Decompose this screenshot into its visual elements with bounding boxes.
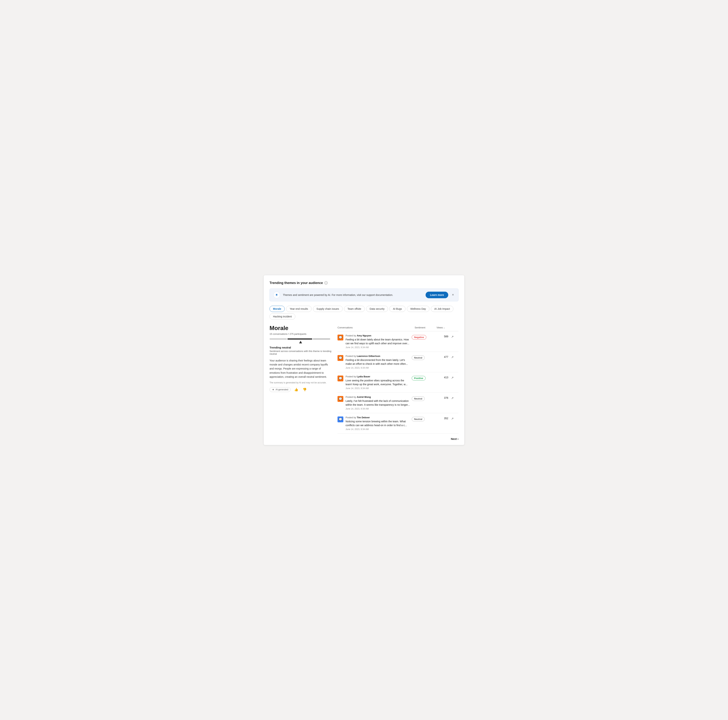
theme-description: Your audience is sharing their feelings … [269,359,332,379]
theme-tab-morale[interactable]: Morale [269,306,285,312]
sparkle-icon [272,388,274,391]
conv-main-2: 💬 Posted by Lydia Bauer Love seeing the … [338,375,410,390]
conv-text-0: Feeling a bit down lately about the team… [346,338,410,345]
sentiment-indicator [269,341,332,343]
ai-disclaimer: The summary is generated by AI and may n… [269,381,332,384]
conv-main-1: 💬 Posted by Lawrence Gilbertson Feeling … [338,355,410,369]
conv-date-1: June 14, 2023, 9:34 AM [346,367,410,369]
conv-content-2: Posted by Lydia Bauer Love seeing the po… [346,375,410,390]
sentiment-bar [269,338,332,340]
table-row: 💬 Posted by Astrid Wong Lately, I've fel… [338,393,459,413]
table-row: 💬 Posted by Lawrence Gilbertson Feeling … [338,352,459,372]
ai-banner-icon [273,292,280,298]
themes-tabs: MoraleYear end resultsSupply chain issue… [269,306,459,319]
conv-icon-3: 💬 [338,396,343,402]
conversations-header: Conversations Sentiment Views ↓ [338,325,459,331]
thumbs-down-button[interactable]: 👎 [302,387,307,392]
conv-author-1: Posted by Lawrence Gilbertson [346,355,410,358]
conv-text-3: Lately, I've felt frustrated with the la… [346,399,410,407]
conversations-list: 💬 Posted by Amy Nguyen Feeling a bit dow… [338,331,459,434]
conv-sentiment-0: Negative [412,334,434,339]
page-title: Trending themes in your audience i [269,281,459,285]
conv-main-4: 💬 Posted by Tim Deboer Noticing some ten… [338,416,410,431]
theme-tab-year-end-results[interactable]: Year end results [286,306,312,312]
sentiment-badge-4: Neutral [412,417,425,421]
ai-footer: AI-generated 👍 👎 [269,387,332,392]
conv-author-0: Posted by Amy Nguyen [346,334,410,337]
banner-close-button[interactable]: × [451,292,455,298]
conv-date-2: June 14, 2023, 9:34 AM [346,387,410,390]
theme-tab-data-security[interactable]: Data security [366,306,388,312]
conv-sentiment-4: Neutral [412,416,434,421]
conv-views-3: 376 [435,396,450,399]
conv-text-4: Noticing some tension brewing within the… [346,420,410,427]
col-header-views: Views ↓ [437,326,451,329]
trending-sub: Sentiment across conversations with this… [269,350,332,355]
trend-icon-3[interactable]: ↗ [451,396,459,400]
conv-sentiment-3: Neutral [412,396,434,401]
info-icon[interactable]: i [324,281,327,284]
bar-negative [269,338,287,340]
left-panel: Morale 15 conversations • 275 participan… [269,325,332,440]
table-row: 💬 Posted by Lydia Bauer Love seeing the … [338,372,459,393]
chat-icon-1: 💬 [339,356,342,360]
theme-tab-ai-bugs[interactable]: AI Bugs [389,306,405,312]
thumbs-up-button[interactable]: 👍 [294,387,299,392]
theme-stats: 15 conversations • 275 participants [269,333,332,335]
conv-icon-1: 💬 [338,355,343,361]
pagination: Next › [338,434,459,440]
bar-positive [313,338,330,340]
trend-icon-2[interactable]: ↗ [451,376,459,379]
sentiment-badge-0: Negative [412,335,426,339]
theme-tab-team-offsite[interactable]: Team offsite [344,306,365,312]
conv-content-1: Posted by Lawrence Gilbertson Feeling a … [346,355,410,369]
table-row: 💬 Posted by Amy Nguyen Feeling a bit dow… [338,331,459,352]
conv-content-4: Posted by Tim Deboer Noticing some tensi… [346,416,410,431]
conv-text-2: Love seeing the positive vibes spreading… [346,379,410,386]
conv-main-3: 💬 Posted by Astrid Wong Lately, I've fel… [338,396,410,410]
conv-text-1: Feeling a bit disconnected from the team… [346,358,410,366]
sentiment-badge-2: Positive [412,376,425,381]
conv-main-0: 💬 Posted by Amy Nguyen Feeling a bit dow… [338,334,410,349]
conv-date-4: June 14, 2023, 9:34 AM [346,428,410,431]
trend-icon-0[interactable]: ↗ [451,335,459,338]
sentiment-badge-3: Neutral [412,396,425,401]
theme-tab-ai-job-impact[interactable]: AI Job Impact [431,306,454,312]
conv-views-0: 589 [435,335,450,338]
conv-date-0: June 14, 2023, 9:34 AM [346,346,410,349]
conv-author-3: Posted by Astrid Wong [346,396,410,398]
conv-author-2: Posted by Lydia Bauer [346,375,410,378]
conv-views-4: 352 [435,417,450,420]
bar-neutral [288,338,312,340]
col-header-action [451,326,459,329]
chat-icon-3: 💬 [339,397,342,401]
theme-tab-supply-chain-issues[interactable]: Supply chain issues [313,306,343,312]
learn-more-button[interactable]: Learn more [425,292,448,298]
sort-down-icon[interactable]: ↓ [444,326,445,329]
conv-date-3: June 14, 2023, 9:34 AM [346,408,410,410]
chat-icon-2: 💬 [339,377,342,380]
conv-icon-2: 💬 [338,376,343,381]
page-title-text: Trending themes in your audience [269,281,323,285]
chat-icon-0: 💬 [339,336,342,339]
right-panel: Conversations Sentiment Views ↓ 💬 Posted… [338,325,459,440]
conv-icon-4: 💬 [338,416,343,422]
theme-tab-wellness-day[interactable]: Wellness Day [407,306,430,312]
next-button[interactable]: Next › [451,437,459,440]
main-container: Trending themes in your audience i Theme… [263,275,465,445]
ai-banner: Themes and sentiment are powered by AI. … [269,289,459,301]
trend-icon-1[interactable]: ↗ [451,355,459,359]
col-header-conversations: Conversations [338,326,414,329]
sentiment-badge-1: Neutral [412,355,425,360]
trending-label: Trending neutral [269,346,332,349]
trend-icon-4[interactable]: ↗ [451,417,459,420]
table-row: 💬 Posted by Tim Deboer Noticing some ten… [338,413,459,434]
ai-banner-text: Themes and sentiment are powered by AI. … [283,294,423,297]
triangle-icon [299,341,302,343]
content-area: Morale 15 conversations • 275 participan… [269,325,459,440]
col-header-sentiment: Sentiment [414,326,437,329]
conv-author-4: Posted by Tim Deboer [346,416,410,419]
theme-tab-hacking-incident[interactable]: Hacking incident [269,313,295,319]
conv-views-1: 477 [435,355,450,358]
theme-name: Morale [269,325,332,332]
